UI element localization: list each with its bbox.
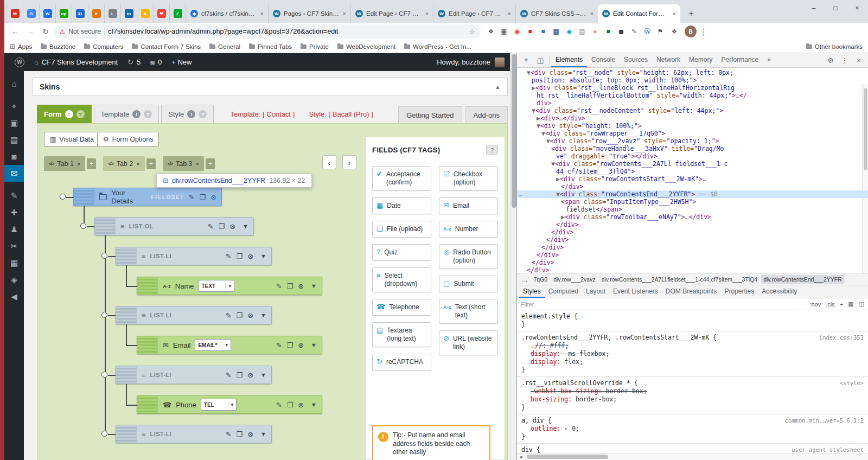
edit-icon[interactable]: ✎ — [276, 401, 282, 409]
delete-icon[interactable]: ⊗ — [247, 311, 253, 320]
apps-shortcut[interactable]: ⊞ Apps — [10, 43, 32, 50]
sidebar-item-dashboard[interactable]: ⌂ — [4, 75, 24, 92]
sidebar-item-settings[interactable]: ▦ — [4, 254, 24, 271]
field-button-quiz[interactable]: ?Quiz — [372, 244, 431, 261]
dom-line[interactable]: ▶<div class="rowContentsStart___2W-mK">… — [517, 175, 868, 183]
breadcrumb-item[interactable]: div.row___2vavz — [551, 275, 597, 284]
pinned-tab-globe-app[interactable]: W — [39, 4, 55, 23]
pinned-tab-gmail[interactable]: M — [7, 4, 23, 23]
pinned-tab-amber-app[interactable]: A — [137, 4, 153, 23]
chevron-down-icon[interactable]: ▼ — [260, 372, 266, 378]
close-button[interactable]: × — [846, 0, 868, 16]
devtools-tab-memory[interactable]: Memory — [685, 53, 717, 67]
bookmark-item[interactable]: Buzztone — [41, 43, 75, 50]
tab-close-icon[interactable]: × — [260, 10, 264, 17]
rule-source-link[interactable]: user agent stylesheet — [792, 446, 864, 453]
browser-tab[interactable]: WEdit Contact Form ‹ CF× — [598, 4, 680, 23]
pinned-tab-heart-app[interactable]: ❤ — [153, 4, 169, 23]
browser-tab[interactable]: ◆cf7skins / cf7skins / sin× — [186, 4, 268, 23]
browser-menu-icon[interactable]: ⋮ — [699, 27, 709, 37]
rule-selector[interactable]: a, div — [521, 417, 544, 424]
layout-pane-icon[interactable]: ◫ — [859, 301, 864, 308]
delete-icon[interactable]: ⊗ — [298, 341, 304, 349]
url-text[interactable]: cf7skinsdev.local/wp-admin/admin.php?pag… — [108, 28, 465, 35]
wp-scrollbar[interactable] — [510, 53, 516, 460]
rule-source-link[interactable]: common.min.…ver=5.6.1:2 — [785, 417, 864, 425]
duplicate-icon[interactable]: ❐ — [237, 252, 243, 260]
chevron-down-icon[interactable]: ▼ — [242, 223, 248, 229]
css-property[interactable]: -webkit-box-sizing: border-box; — [521, 387, 864, 395]
edit-icon[interactable]: ✎ — [276, 341, 282, 349]
help-badge-icon[interactable]: ? — [144, 110, 152, 118]
dom-line[interactable]: ▶<div class="rst__lineBlock rst__lineHal… — [517, 84, 868, 92]
field-button-file[interactable]: ❏File (upload) — [372, 221, 431, 238]
devtools-settings-icon[interactable]: ⚙ — [824, 53, 838, 67]
form-node-list-li[interactable]: ≡LIST-LI✎❐⊗▼ — [116, 366, 272, 384]
rule-source-link[interactable]: index.css:353 — [819, 334, 864, 342]
line-gutter-icon[interactable]: … — [519, 190, 522, 198]
drag-handle[interactable] — [137, 277, 157, 295]
rule-selector[interactable]: div — [521, 446, 533, 453]
delete-icon[interactable]: ⊗ — [229, 222, 235, 231]
sidebar-item-appearance[interactable]: ✎ — [4, 187, 24, 204]
blue-extension-icon[interactable]: ■ — [537, 25, 549, 37]
pinned-tab-contacts[interactable]: in — [120, 4, 137, 23]
edit-icon[interactable]: ✎ — [189, 193, 195, 201]
grid-icon[interactable]: ▦ — [848, 301, 853, 308]
browser-tab[interactable]: WEdit Page ‹ CF7 Skins T× — [350, 4, 433, 23]
other-bookmarks[interactable]: Other bookmarks — [806, 43, 863, 50]
browser-tab[interactable]: WPages ‹ CF7 Skins Team× — [268, 4, 350, 23]
drag-handle[interactable] — [137, 395, 157, 414]
field-button-select[interactable]: ≡Select (dropdown) — [372, 267, 431, 292]
alert-badge-icon[interactable]: ! — [132, 110, 141, 118]
form-node-list-ol[interactable]: ≡LIST-OL✎❐⊗▼ — [94, 217, 254, 235]
dom-line[interactable]: ▼<div class="rowWrapper___17qG0"> — [517, 130, 868, 137]
pinned-tab-chart-app[interactable]: L — [104, 4, 120, 23]
dom-line[interactable]: 44 cf7sItem___3TlQ4"> — [517, 168, 868, 175]
dom-line[interactable]: </div> — [517, 228, 868, 236]
sidebar-tab-styles[interactable]: Styles — [519, 285, 545, 298]
tab-close-icon[interactable]: × — [508, 10, 511, 17]
wp-logo[interactable]: W — [10, 53, 29, 71]
drag-handle[interactable] — [137, 336, 157, 354]
drag-handle[interactable] — [116, 306, 136, 324]
bookmark-item[interactable]: WordPress - Get In... — [404, 43, 471, 50]
css-rule[interactable]: element.style {} — [517, 310, 868, 331]
dom-line[interactable]: ▼<div class="rst__nodeContent" style="le… — [517, 107, 868, 114]
tab-template[interactable]: Template!? — [94, 105, 159, 123]
duplicate-icon[interactable]: ❐ — [287, 341, 293, 349]
pink-extension-icon[interactable]: ● — [589, 25, 601, 37]
tab-close-icon[interactable]: × — [590, 10, 593, 17]
sidebar-tab-properties[interactable]: Properties — [721, 285, 758, 298]
bookmark-item[interactable]: General — [209, 43, 240, 50]
devtools-tab-network[interactable]: Network — [652, 53, 685, 67]
duplicate-icon[interactable]: ❐ — [199, 193, 206, 201]
maximize-button[interactable]: □ — [825, 0, 846, 16]
field-button-email[interactable]: ✉Email — [439, 197, 498, 214]
form-node-list-li[interactable]: ≡LIST-LI✎❐⊗▼ — [116, 247, 272, 265]
delete-icon[interactable]: ⊗ — [247, 371, 253, 379]
browser-tab[interactable]: WEdit Page ‹ CF7 Skins T× — [433, 4, 515, 23]
dom-line[interactable]: </div> — [517, 221, 868, 228]
css-property[interactable]: outline: ▸ 0; — [521, 425, 864, 433]
alert-badge-icon[interactable]: ! — [65, 110, 73, 118]
dom-line[interactable]: ▶<div>…</div> — [517, 114, 868, 122]
field-button-checkbox[interactable]: ☑Checkbox (option) — [439, 166, 498, 191]
tab-getting-started[interactable]: Getting Started — [398, 106, 462, 123]
duplicate-icon[interactable]: ❐ — [219, 222, 225, 231]
breadcrumb-item[interactable]: div.rowContentsEnd___2YYFR — [761, 275, 844, 284]
pinned-tab-blue-app[interactable]: G — [23, 4, 39, 23]
colorpicker-extension-icon[interactable]: ◉ — [511, 25, 523, 37]
devtools-tab-console[interactable]: Console — [587, 53, 620, 67]
css-rule[interactable]: .rowContentsEnd___2YYFR, .rowContentsSta… — [517, 331, 868, 377]
type-select[interactable]: TEXT▾ — [198, 280, 234, 292]
dark-extension-icon[interactable]: ◼ — [615, 25, 627, 37]
bookmark-item[interactable]: Private — [301, 43, 329, 50]
tree-toggle[interactable] — [101, 372, 107, 378]
drag-handle[interactable] — [116, 247, 136, 265]
sidebar-item-contact[interactable]: ✉ — [4, 165, 24, 182]
field-button-telephone[interactable]: ☎Telephone — [372, 299, 431, 316]
teal-extension-icon[interactable]: ◆ — [563, 25, 575, 37]
duplicate-icon[interactable]: ❐ — [237, 371, 243, 379]
field-button-recaptcha[interactable]: ↻reCAPTCHA — [372, 354, 431, 370]
